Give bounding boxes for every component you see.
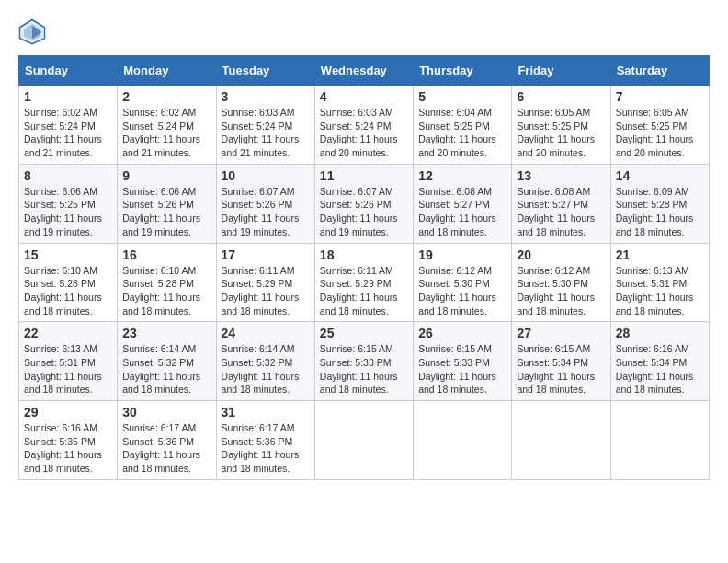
day-number: 23 [122,326,210,340]
calendar-day-cell: 20Sunrise: 6:12 AMSunset: 5:30 PMDayligh… [512,243,610,322]
day-number: 7 [616,89,704,104]
calendar-day-cell: 12Sunrise: 6:08 AMSunset: 5:27 PMDayligh… [414,164,512,243]
calendar-day-cell: 31Sunrise: 6:17 AMSunset: 5:36 PMDayligh… [216,401,314,480]
day-number: 30 [122,405,210,419]
day-number: 18 [320,247,408,262]
day-info: Sunrise: 6:11 AMSunset: 5:29 PMDaylight:… [222,264,310,318]
calendar-day-cell: 8Sunrise: 6:06 AMSunset: 5:25 PMDaylight… [19,164,118,243]
empty-cell [610,401,709,480]
calendar-day-cell: 9Sunrise: 6:06 AMSunset: 5:26 PMDaylight… [118,164,216,243]
day-info: Sunrise: 6:07 AMSunset: 5:26 PMDaylight:… [222,185,310,239]
day-info: Sunrise: 6:13 AMSunset: 5:31 PMDaylight:… [616,264,704,318]
day-number: 8 [24,168,112,183]
day-info: Sunrise: 6:08 AMSunset: 5:27 PMDaylight:… [517,185,605,239]
calendar-day-cell: 17Sunrise: 6:11 AMSunset: 5:29 PMDayligh… [216,243,314,322]
calendar-day-cell: 5Sunrise: 6:04 AMSunset: 5:25 PMDaylight… [414,86,512,165]
day-info: Sunrise: 6:03 AMSunset: 5:24 PMDaylight:… [320,106,408,160]
day-info: Sunrise: 6:13 AMSunset: 5:31 PMDaylight:… [24,342,112,396]
logo [18,18,50,46]
calendar-header-monday: Monday [118,56,216,86]
calendar-day-cell: 25Sunrise: 6:15 AMSunset: 5:33 PMDayligh… [314,322,413,401]
day-info: Sunrise: 6:11 AMSunset: 5:29 PMDaylight:… [320,264,408,318]
calendar-header-saturday: Saturday [610,56,709,86]
calendar-day-cell: 10Sunrise: 6:07 AMSunset: 5:26 PMDayligh… [216,164,314,243]
day-number: 29 [24,405,112,419]
day-number: 13 [517,168,605,183]
day-info: Sunrise: 6:06 AMSunset: 5:25 PMDaylight:… [24,185,112,239]
day-info: Sunrise: 6:09 AMSunset: 5:28 PMDaylight:… [616,185,704,239]
day-info: Sunrise: 6:06 AMSunset: 5:26 PMDaylight:… [122,185,210,239]
day-number: 16 [122,247,210,262]
logo-icon [18,18,46,46]
day-number: 28 [616,326,704,340]
day-info: Sunrise: 6:17 AMSunset: 5:36 PMDaylight:… [222,421,310,476]
calendar-header-sunday: Sunday [19,56,118,86]
day-info: Sunrise: 6:05 AMSunset: 5:25 PMDaylight:… [616,106,704,160]
page-wrapper: SundayMondayTuesdayWednesdayThursdayFrid… [18,18,710,480]
day-number: 26 [418,326,506,340]
calendar-day-cell: 14Sunrise: 6:09 AMSunset: 5:28 PMDayligh… [610,164,709,243]
day-number: 24 [222,326,310,340]
day-info: Sunrise: 6:17 AMSunset: 5:36 PMDaylight:… [122,421,210,476]
day-info: Sunrise: 6:04 AMSunset: 5:25 PMDaylight:… [418,106,506,160]
day-info: Sunrise: 6:12 AMSunset: 5:30 PMDaylight:… [517,264,605,318]
calendar-week-row: 15Sunrise: 6:10 AMSunset: 5:28 PMDayligh… [19,243,710,322]
day-number: 19 [418,247,506,262]
day-info: Sunrise: 6:02 AMSunset: 5:24 PMDaylight:… [122,106,210,160]
day-info: Sunrise: 6:02 AMSunset: 5:24 PMDaylight:… [24,106,112,160]
calendar-day-cell: 11Sunrise: 6:07 AMSunset: 5:26 PMDayligh… [314,164,413,243]
calendar-day-cell: 29Sunrise: 6:16 AMSunset: 5:35 PMDayligh… [19,401,118,480]
calendar-day-cell: 4Sunrise: 6:03 AMSunset: 5:24 PMDaylight… [314,86,413,165]
day-number: 20 [517,247,605,262]
calendar-day-cell: 26Sunrise: 6:15 AMSunset: 5:33 PMDayligh… [414,322,512,401]
calendar-day-cell: 18Sunrise: 6:11 AMSunset: 5:29 PMDayligh… [314,243,413,322]
day-info: Sunrise: 6:10 AMSunset: 5:28 PMDaylight:… [24,264,112,318]
calendar-day-cell: 19Sunrise: 6:12 AMSunset: 5:30 PMDayligh… [414,243,512,322]
calendar-header-wednesday: Wednesday [314,56,413,86]
day-number: 21 [616,247,704,262]
day-number: 17 [222,247,310,262]
day-number: 2 [122,89,210,104]
calendar-table: SundayMondayTuesdayWednesdayThursdayFrid… [18,55,710,480]
calendar-week-row: 8Sunrise: 6:06 AMSunset: 5:25 PMDaylight… [19,164,710,243]
calendar-day-cell: 27Sunrise: 6:15 AMSunset: 5:34 PMDayligh… [512,322,610,401]
day-number: 25 [320,326,408,340]
day-info: Sunrise: 6:10 AMSunset: 5:28 PMDaylight:… [122,264,210,318]
day-number: 4 [320,89,408,104]
day-info: Sunrise: 6:03 AMSunset: 5:24 PMDaylight:… [222,106,310,160]
day-info: Sunrise: 6:15 AMSunset: 5:34 PMDaylight:… [517,342,605,396]
calendar-header-friday: Friday [512,56,610,86]
day-info: Sunrise: 6:16 AMSunset: 5:35 PMDaylight:… [24,421,112,476]
day-info: Sunrise: 6:08 AMSunset: 5:27 PMDaylight:… [418,185,506,239]
calendar-day-cell: 28Sunrise: 6:16 AMSunset: 5:34 PMDayligh… [610,322,709,401]
header [18,18,710,46]
day-info: Sunrise: 6:16 AMSunset: 5:34 PMDaylight:… [616,342,704,396]
day-info: Sunrise: 6:15 AMSunset: 5:33 PMDaylight:… [418,342,506,396]
day-number: 31 [222,405,310,419]
empty-cell [512,401,610,480]
calendar-day-cell: 15Sunrise: 6:10 AMSunset: 5:28 PMDayligh… [19,243,118,322]
calendar-day-cell: 22Sunrise: 6:13 AMSunset: 5:31 PMDayligh… [19,322,118,401]
day-number: 9 [122,168,210,183]
day-info: Sunrise: 6:14 AMSunset: 5:32 PMDaylight:… [122,342,210,396]
day-number: 1 [24,89,112,104]
empty-cell [314,401,413,480]
day-info: Sunrise: 6:14 AMSunset: 5:32 PMDaylight:… [222,342,310,396]
calendar-day-cell: 16Sunrise: 6:10 AMSunset: 5:28 PMDayligh… [118,243,216,322]
calendar-day-cell: 6Sunrise: 6:05 AMSunset: 5:25 PMDaylight… [512,86,610,165]
day-number: 6 [517,89,605,104]
day-number: 22 [24,326,112,340]
day-number: 11 [320,168,408,183]
calendar-day-cell: 1Sunrise: 6:02 AMSunset: 5:24 PMDaylight… [19,86,118,165]
calendar-day-cell: 13Sunrise: 6:08 AMSunset: 5:27 PMDayligh… [512,164,610,243]
calendar-week-row: 22Sunrise: 6:13 AMSunset: 5:31 PMDayligh… [19,322,710,401]
day-number: 15 [24,247,112,262]
calendar-day-cell: 24Sunrise: 6:14 AMSunset: 5:32 PMDayligh… [216,322,314,401]
empty-cell [414,401,512,480]
day-info: Sunrise: 6:15 AMSunset: 5:33 PMDaylight:… [320,342,408,396]
day-number: 14 [616,168,704,183]
day-number: 5 [418,89,506,104]
calendar-week-row: 1Sunrise: 6:02 AMSunset: 5:24 PMDaylight… [19,86,710,165]
calendar-week-row: 29Sunrise: 6:16 AMSunset: 5:35 PMDayligh… [19,401,710,480]
calendar-day-cell: 2Sunrise: 6:02 AMSunset: 5:24 PMDaylight… [118,86,216,165]
